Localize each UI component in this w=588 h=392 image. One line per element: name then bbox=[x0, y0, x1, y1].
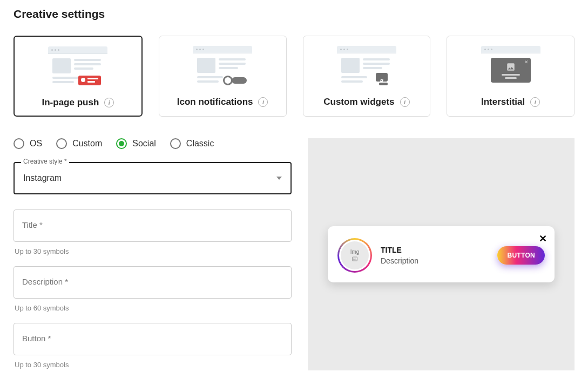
close-icon[interactable]: ✕ bbox=[539, 233, 547, 245]
info-icon[interactable]: i bbox=[530, 97, 540, 107]
radio-label: Social bbox=[132, 139, 156, 148]
helper-text: Up to 30 symbols bbox=[15, 247, 290, 255]
browser-window-icon bbox=[48, 46, 107, 90]
format-label: Custom widgets bbox=[323, 97, 394, 107]
button-field: Button * bbox=[13, 323, 292, 355]
format-label: Icon notifications bbox=[177, 97, 253, 107]
page-title: Creative settings bbox=[13, 8, 575, 21]
browser-window-icon bbox=[193, 46, 252, 89]
format-card-icon-notifications[interactable]: Icon notifications i bbox=[159, 36, 287, 117]
format-card-row: In-page push i Icon not bbox=[13, 36, 575, 117]
helper-text: Up to 60 symbols bbox=[15, 304, 290, 312]
browser-window-icon bbox=[337, 46, 396, 89]
radio-classic[interactable]: Classic bbox=[170, 138, 214, 149]
format-card-in-page-push[interactable]: In-page push i bbox=[13, 36, 143, 117]
radio-label: Classic bbox=[186, 139, 214, 148]
radio-label: Custom bbox=[72, 139, 102, 148]
description-field: Description * bbox=[13, 266, 292, 299]
preview-button[interactable]: BUTTON bbox=[497, 246, 545, 265]
description-input[interactable] bbox=[13, 266, 292, 299]
avatar-ring: Img bbox=[337, 238, 372, 273]
creative-style-select[interactable]: Creative style * Instagram bbox=[13, 162, 292, 194]
chevron-down-icon bbox=[276, 177, 282, 180]
helper-text: Up to 30 symbols bbox=[15, 361, 290, 369]
info-icon[interactable]: i bbox=[258, 97, 268, 107]
preview-desc: Description bbox=[381, 256, 489, 265]
info-icon[interactable]: i bbox=[400, 97, 410, 107]
preview-panel: ✕ Img TITLE Description bbox=[308, 138, 575, 370]
radio-label: OS bbox=[30, 139, 42, 148]
preview-title: TITLE bbox=[381, 246, 489, 254]
image-placeholder-icon: Img bbox=[341, 241, 369, 269]
format-card-interstitial[interactable]: ✕ Interstitial i bbox=[447, 36, 575, 117]
preview-card: ✕ Img TITLE Description bbox=[328, 226, 555, 282]
info-icon[interactable]: i bbox=[104, 98, 114, 107]
title-field: Title * bbox=[13, 209, 292, 242]
radio-custom[interactable]: Custom bbox=[56, 138, 102, 149]
format-label: In-page push bbox=[42, 97, 99, 108]
format-card-custom-widgets[interactable]: Custom widgets i bbox=[303, 36, 431, 117]
radio-os[interactable]: OS bbox=[13, 138, 42, 149]
browser-window-icon: ✕ bbox=[481, 46, 540, 89]
select-value: Instagram bbox=[23, 173, 62, 183]
button-input[interactable] bbox=[13, 323, 292, 355]
radio-social[interactable]: Social bbox=[116, 138, 156, 149]
title-input[interactable] bbox=[13, 209, 292, 242]
format-label: Interstitial bbox=[481, 97, 525, 107]
